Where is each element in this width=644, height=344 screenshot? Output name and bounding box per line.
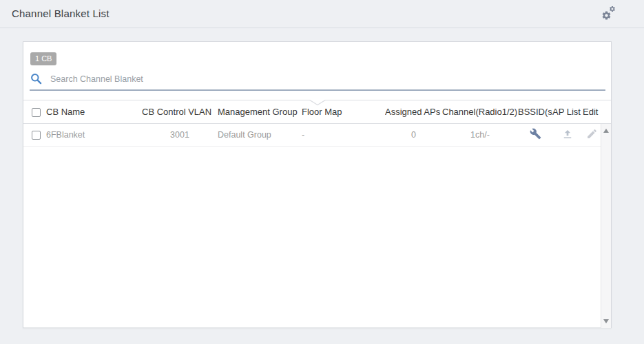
- cell-management-group: Default Group: [218, 130, 302, 140]
- cell-channel: 1ch/-: [442, 130, 518, 140]
- collapse-toggle[interactable]: [23, 100, 611, 100]
- scroll-up-icon[interactable]: [603, 129, 609, 133]
- cell-cb-name: 6FBlanket: [46, 130, 142, 140]
- cell-assigned-aps: 0: [385, 130, 442, 140]
- search-icon: [30, 73, 42, 85]
- search-input[interactable]: [49, 74, 605, 85]
- bssid-button[interactable]: [530, 128, 541, 140]
- cb-count-badge: 1 CB: [30, 52, 56, 65]
- col-header-floor-map: Floor Map: [302, 107, 385, 117]
- select-all-checkbox[interactable]: [32, 108, 41, 117]
- col-header-cb-control-vlan: CB Control VLAN: [142, 107, 218, 117]
- col-header-cb-name: CB Name: [46, 107, 142, 117]
- wrench-icon: [530, 128, 541, 140]
- col-header-channel: Channel(Radio1/2): [442, 107, 518, 117]
- scroll-down-icon[interactable]: [603, 319, 609, 323]
- col-header-ap-list: AP List: [552, 107, 583, 117]
- col-header-management-group: Management Group: [218, 107, 302, 117]
- col-header-assigned-aps: Assigned APs: [385, 107, 442, 117]
- table-body: 6FBlanket 3001 Default Group - 0 1ch/-: [23, 124, 611, 328]
- upload-icon: [561, 128, 574, 140]
- settings-button[interactable]: [601, 6, 619, 22]
- pencil-icon: [586, 128, 598, 140]
- channel-blanket-card: 1 CB CB Name CB Control VLAN Management …: [23, 41, 612, 328]
- cell-floor-map: -: [302, 130, 385, 140]
- col-header-edit: Edit: [583, 107, 601, 117]
- search-bar: [30, 72, 605, 91]
- chevron-down-icon: [309, 100, 326, 106]
- ap-list-button[interactable]: [561, 128, 574, 140]
- table-row[interactable]: 6FBlanket 3001 Default Group - 0 1ch/-: [23, 124, 601, 147]
- edit-button[interactable]: [586, 128, 598, 140]
- cell-cb-control-vlan: 3001: [142, 130, 218, 140]
- col-header-bssids: BSSID(s): [518, 107, 552, 117]
- vertical-scrollbar[interactable]: [601, 124, 611, 328]
- row-checkbox[interactable]: [32, 131, 41, 140]
- page-title: Channel Blanket List: [12, 8, 110, 19]
- gear-small-icon: [609, 6, 616, 12]
- page-header: Channel Blanket List: [0, 0, 644, 28]
